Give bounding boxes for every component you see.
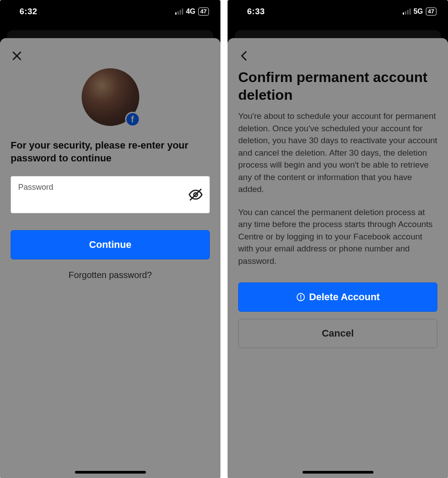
home-indicator[interactable] — [75, 471, 146, 474]
status-right: 5G 47 — [403, 8, 436, 16]
confirm-paragraph-2: You can cancel the permanent deletion pr… — [238, 206, 437, 267]
status-time: 6:33 — [247, 7, 265, 16]
svg-point-4 — [300, 298, 301, 299]
cancel-button[interactable]: Cancel — [238, 319, 437, 348]
cellular-signal-icon — [175, 8, 183, 15]
alert-circle-icon — [296, 292, 306, 302]
battery-indicator: 47 — [198, 8, 209, 16]
home-indicator[interactable] — [303, 471, 373, 474]
screenshot-right: 6:33 5G 47 Confirm permanent account del… — [228, 0, 448, 478]
delete-account-button-label: Delete Account — [309, 291, 380, 303]
network-label: 5G — [413, 8, 423, 16]
status-time: 6:32 — [20, 7, 37, 16]
password-field[interactable]: Password — [11, 176, 210, 213]
facebook-badge-icon: f — [125, 112, 140, 127]
password-input[interactable] — [11, 176, 209, 213]
status-bar: 6:33 5G 47 — [228, 0, 448, 23]
delete-account-button[interactable]: Delete Account — [238, 282, 437, 312]
security-heading: For your security, please re-enter your … — [11, 139, 210, 165]
status-bar: 6:32 4G 47 — [0, 0, 220, 23]
forgotten-password-link[interactable]: Forgotten password? — [11, 270, 210, 280]
cellular-signal-icon — [403, 8, 411, 15]
toggle-password-visibility-icon[interactable] — [188, 187, 203, 202]
confirm-heading: Confirm permanent account deletion — [238, 68, 437, 104]
close-icon[interactable] — [11, 50, 23, 62]
status-right: 4G 47 — [175, 8, 209, 16]
avatar: f — [82, 68, 139, 126]
back-chevron-icon[interactable] — [238, 50, 251, 62]
continue-button[interactable]: Continue — [11, 230, 210, 259]
continue-button-label: Continue — [89, 239, 131, 251]
cancel-button-label: Cancel — [322, 328, 354, 339]
network-label: 4G — [186, 8, 195, 16]
battery-indicator: 47 — [426, 8, 436, 16]
screenshot-left: 6:32 4G 47 f For your security, please r… — [0, 0, 220, 478]
password-sheet: f For your security, please re-enter you… — [0, 38, 220, 478]
confirm-deletion-sheet: Confirm permanent account deletion You'r… — [228, 38, 448, 478]
confirm-paragraph-1: You're about to schedule your account fo… — [238, 110, 437, 196]
